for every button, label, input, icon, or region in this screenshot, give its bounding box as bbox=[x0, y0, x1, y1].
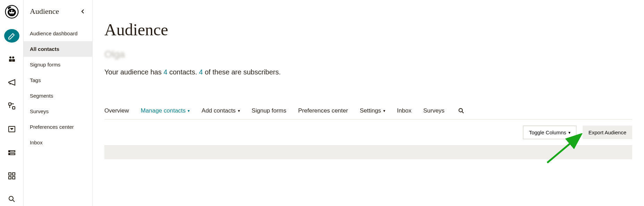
tab-manage-contacts[interactable]: Manage contacts▾ bbox=[141, 107, 190, 114]
tab-overview-label: Overview bbox=[104, 107, 129, 114]
icon-rail bbox=[0, 0, 24, 206]
tab-signup-forms-label: Signup forms bbox=[252, 107, 286, 114]
integrations-icon[interactable] bbox=[4, 169, 19, 182]
collapse-sidebar-icon[interactable] bbox=[80, 8, 86, 15]
svg-point-4 bbox=[12, 10, 14, 12]
tab-overview[interactable]: Overview bbox=[104, 107, 129, 114]
main-content: Audience Olga Your audience has 4 contac… bbox=[93, 0, 644, 206]
export-audience-label: Export Audience bbox=[589, 129, 626, 135]
stat-suffix: of these are subscribers. bbox=[203, 68, 281, 76]
tab-inbox-label: Inbox bbox=[397, 107, 412, 114]
svg-rect-16 bbox=[9, 177, 11, 179]
tab-manage-contacts-label: Manage contacts bbox=[141, 107, 186, 114]
tab-settings-label: Settings bbox=[360, 107, 381, 114]
sidebar-item-segments[interactable]: Segments bbox=[24, 88, 92, 104]
sidebar-title: Audience bbox=[30, 7, 59, 16]
tabs-row: Overview Manage contacts▾ Add contacts▾ … bbox=[104, 107, 632, 119]
stat-mid: contacts. bbox=[168, 68, 199, 76]
chevron-down-icon: ▾ bbox=[238, 108, 240, 113]
actions-row: Toggle Columns ▾ Export Audience bbox=[104, 119, 632, 145]
tab-signup-forms[interactable]: Signup forms bbox=[252, 107, 286, 114]
create-icon[interactable] bbox=[4, 29, 19, 43]
content-icon[interactable] bbox=[4, 146, 19, 159]
svg-rect-7 bbox=[9, 59, 12, 62]
toggle-columns-label: Toggle Columns bbox=[529, 129, 566, 135]
sidebar-item-surveys[interactable]: Surveys bbox=[24, 104, 92, 119]
subscribers-count[interactable]: 4 bbox=[199, 68, 203, 76]
svg-rect-8 bbox=[12, 59, 15, 62]
search-icon[interactable] bbox=[4, 192, 19, 206]
tab-surveys-label: Surveys bbox=[423, 107, 444, 114]
tab-surveys[interactable]: Surveys bbox=[423, 107, 444, 114]
svg-point-3 bbox=[10, 10, 11, 12]
sidebar-item-tags[interactable]: Tags bbox=[24, 72, 92, 88]
tab-add-contacts-label: Add contacts bbox=[201, 107, 235, 114]
chevron-down-icon: ▾ bbox=[568, 130, 570, 135]
search-icon bbox=[458, 107, 465, 114]
table-header-strip bbox=[104, 145, 632, 159]
tab-add-contacts[interactable]: Add contacts▾ bbox=[201, 107, 240, 114]
svg-rect-9 bbox=[9, 103, 11, 105]
sidebar: Audience Audience dashboard All contacts… bbox=[24, 0, 93, 206]
stat-prefix: Your audience has bbox=[104, 68, 164, 76]
svg-point-18 bbox=[9, 196, 13, 200]
website-icon[interactable] bbox=[4, 123, 19, 136]
tab-inbox[interactable]: Inbox bbox=[397, 107, 412, 114]
svg-rect-17 bbox=[12, 177, 15, 179]
tab-settings[interactable]: Settings▾ bbox=[360, 107, 385, 114]
svg-point-5 bbox=[9, 56, 11, 59]
audience-stat-line: Your audience has 4 contacts. 4 of these… bbox=[104, 68, 632, 76]
tab-search[interactable] bbox=[458, 107, 465, 114]
audience-icon[interactable] bbox=[4, 52, 19, 66]
sidebar-item-signup-forms[interactable]: Signup forms bbox=[24, 57, 92, 72]
chevron-down-icon: ▾ bbox=[188, 108, 190, 113]
audience-name: Olga bbox=[104, 49, 632, 60]
sidebar-item-preferences-center[interactable]: Preferences center bbox=[24, 119, 92, 135]
sidebar-item-all-contacts[interactable]: All contacts bbox=[24, 41, 92, 57]
sidebar-item-audience-dashboard[interactable]: Audience dashboard bbox=[24, 26, 92, 41]
svg-rect-14 bbox=[9, 173, 11, 175]
page-title: Audience bbox=[104, 20, 632, 39]
toggle-columns-button[interactable]: Toggle Columns ▾ bbox=[523, 126, 576, 139]
automations-icon[interactable] bbox=[4, 99, 19, 113]
sidebar-item-inbox[interactable]: Inbox bbox=[24, 135, 92, 150]
svg-point-19 bbox=[459, 108, 462, 112]
export-audience-button[interactable]: Export Audience bbox=[583, 126, 632, 139]
tab-preferences-center[interactable]: Preferences center bbox=[298, 107, 348, 114]
svg-point-6 bbox=[12, 56, 14, 59]
svg-rect-10 bbox=[12, 107, 15, 109]
svg-rect-15 bbox=[12, 173, 15, 175]
tab-preferences-center-label: Preferences center bbox=[298, 107, 348, 114]
contacts-count[interactable]: 4 bbox=[164, 68, 168, 76]
campaigns-icon[interactable] bbox=[4, 76, 19, 89]
chevron-down-icon: ▾ bbox=[383, 108, 385, 113]
mailchimp-logo[interactable] bbox=[4, 4, 19, 19]
